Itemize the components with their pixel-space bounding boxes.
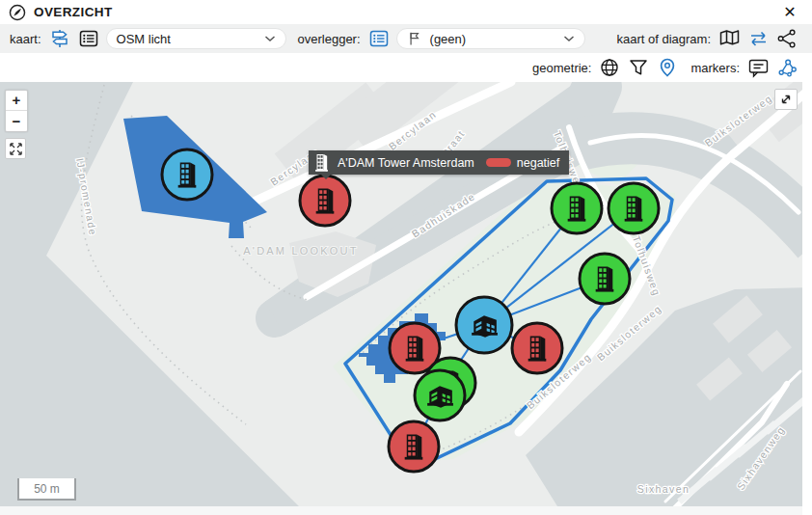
location-pin-icon [657,57,678,78]
map-canvas[interactable]: IJ-promenadeBercylaanBercylaanstraatBadh… [0,82,802,506]
map-icon [718,28,741,49]
page-title: OVERZICHT [34,5,113,19]
overlay-value: (geen) [430,32,467,46]
flag-icon [407,30,424,47]
zoom-out-button[interactable]: − [6,111,27,131]
scale-text: 50 m [34,482,60,496]
zoom-in-button[interactable]: + [6,91,27,111]
kaart-label: kaart: [10,32,41,46]
swap-view-button[interactable] [746,27,770,50]
map-view-button[interactable] [717,27,741,50]
share-view-button[interactable] [775,27,798,50]
globe-button[interactable] [598,56,621,79]
tower-icon [596,267,614,292]
markers-label: markers: [690,61,740,75]
geometry-toolbar: geometrie: markers: [0,53,812,82]
globe-icon [599,57,620,78]
poi-label: A'DAM LOOKOUT [243,245,358,257]
map-toolbar: kaart: OSM licht overlegger: [0,24,812,53]
filter-button[interactable] [627,56,650,79]
list-icon [78,28,99,49]
tower-icon [568,197,586,222]
tooltip-status: negatief [517,156,559,170]
zoom-control: + − [5,90,28,132]
fit-extent-icon [9,142,23,156]
filter-icon [628,57,649,78]
tower-icon [316,189,335,214]
close-button[interactable]: ✕ [779,2,800,23]
overlay-list-button[interactable] [367,27,391,50]
comment-button[interactable] [746,56,770,79]
tooltip-title: A'DAM Tower Amsterdam [338,156,474,170]
geometrie-label: geometrie: [532,61,591,75]
scale-bar: 50 m [17,478,76,501]
overlay-list-icon [368,28,390,49]
tooltip-building-icon [313,152,330,173]
tower-icon [528,337,547,362]
network-button[interactable] [775,56,798,79]
tower-icon [405,435,423,460]
compass-icon [8,3,27,22]
street-label: Sixhaven [637,483,690,495]
map-style-select[interactable]: OSM licht [106,28,286,49]
layer-list-button[interactable] [77,27,100,50]
overlegger-label: overlegger: [298,32,361,46]
chevron-down-icon [264,35,276,42]
overzicht-window: OVERZICHT ✕ kaart: OSM licht [0,0,812,515]
title-bar: OVERZICHT ✕ [0,0,812,24]
bottom-strip [0,506,802,515]
expand-button[interactable] [774,89,798,110]
map-style-value: OSM licht [117,32,171,46]
kaart-of-diagram-label: kaart of diagram: [616,32,711,46]
status-pill [486,158,511,167]
map-tooltip: A'DAM Tower Amsterdam negatief [309,150,569,175]
fit-extent-button[interactable] [5,138,26,159]
overlay-select[interactable]: (geen) [396,28,585,49]
speech-bubble-icon [747,57,770,78]
tower-icon [406,337,424,362]
basemap: IJ-promenadeBercylaanBercylaanstraatBadh… [0,82,802,506]
tower-icon [625,197,643,222]
signpost-button[interactable] [48,27,71,50]
expand-icon [779,93,793,106]
molecule-icon [776,57,798,78]
share-icon [776,28,798,49]
signpost-icon [49,28,70,49]
right-strip [802,82,812,515]
tower-icon [178,163,197,188]
swap-arrows-icon [747,28,770,49]
location-pin-button[interactable] [656,56,679,79]
chevron-down-icon [563,35,575,42]
